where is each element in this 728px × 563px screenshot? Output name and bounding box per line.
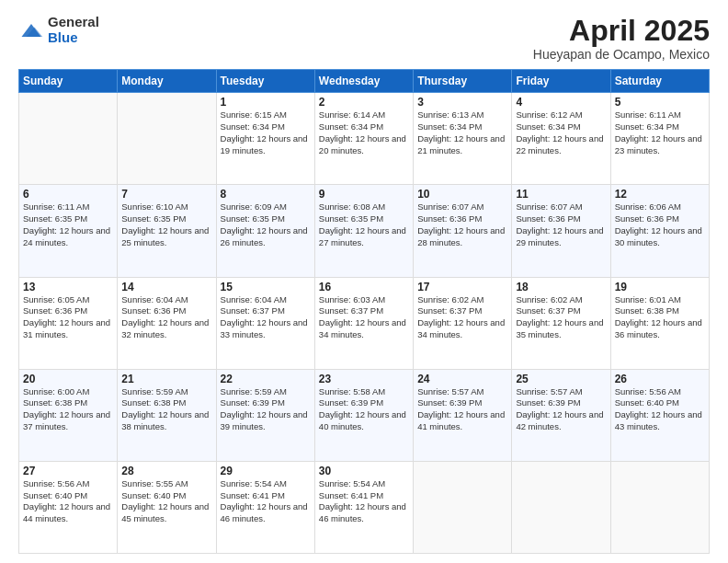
weekday-header-friday: Friday: [512, 70, 610, 93]
day-number: 25: [516, 373, 606, 385]
calendar-cell: 26Sunrise: 5:56 AMSunset: 6:40 PMDayligh…: [610, 369, 709, 461]
day-info: Sunrise: 6:14 AMSunset: 6:34 PMDaylight:…: [319, 109, 409, 156]
logo-blue-text: Blue: [48, 30, 99, 46]
day-info: Sunrise: 6:15 AMSunset: 6:34 PMDaylight:…: [221, 109, 311, 156]
day-number: 8: [221, 188, 311, 201]
day-info: Sunrise: 5:55 AMSunset: 6:40 PMDaylight:…: [121, 478, 211, 525]
calendar-cell: 4Sunrise: 6:12 AMSunset: 6:34 PMDaylight…: [512, 93, 610, 185]
calendar-cell: 5Sunrise: 6:11 AMSunset: 6:34 PMDaylight…: [610, 93, 709, 185]
day-info: Sunrise: 6:06 AMSunset: 6:36 PMDaylight:…: [615, 201, 705, 248]
calendar-week-row: 6Sunrise: 6:11 AMSunset: 6:35 PMDaylight…: [19, 185, 710, 277]
calendar-week-row: 27Sunrise: 5:56 AMSunset: 6:40 PMDayligh…: [19, 461, 710, 553]
calendar-cell: [19, 93, 118, 185]
day-number: 10: [417, 188, 507, 201]
calendar-week-row: 1Sunrise: 6:15 AMSunset: 6:34 PMDaylight…: [19, 93, 710, 185]
day-number: 21: [121, 373, 211, 385]
day-number: 23: [319, 373, 409, 385]
calendar-cell: 15Sunrise: 6:04 AMSunset: 6:37 PMDayligh…: [216, 277, 314, 369]
weekday-header-wednesday: Wednesday: [314, 70, 413, 93]
title-block: April 2025 Hueyapan de Ocampo, Mexico: [533, 15, 710, 62]
day-info: Sunrise: 6:04 AMSunset: 6:37 PMDaylight:…: [221, 294, 311, 341]
header: General Blue April 2025 Hueyapan de Ocam…: [18, 15, 710, 62]
calendar-cell: 3Sunrise: 6:13 AMSunset: 6:34 PMDaylight…: [414, 93, 512, 185]
calendar-cell: 8Sunrise: 6:09 AMSunset: 6:35 PMDaylight…: [216, 185, 314, 277]
day-number: 7: [121, 188, 211, 201]
calendar-week-row: 13Sunrise: 6:05 AMSunset: 6:36 PMDayligh…: [19, 277, 710, 369]
logo: General Blue: [18, 15, 99, 45]
day-info: Sunrise: 6:02 AMSunset: 6:37 PMDaylight:…: [516, 294, 606, 341]
day-info: Sunrise: 6:08 AMSunset: 6:35 PMDaylight:…: [319, 201, 409, 248]
calendar-cell: 17Sunrise: 6:02 AMSunset: 6:37 PMDayligh…: [414, 277, 512, 369]
calendar-cell: 24Sunrise: 5:57 AMSunset: 6:39 PMDayligh…: [414, 369, 512, 461]
calendar-cell: 6Sunrise: 6:11 AMSunset: 6:35 PMDaylight…: [19, 185, 118, 277]
weekday-header-monday: Monday: [118, 70, 216, 93]
day-info: Sunrise: 6:09 AMSunset: 6:35 PMDaylight:…: [221, 201, 311, 248]
day-number: 5: [615, 96, 705, 109]
day-number: 2: [319, 96, 409, 109]
weekday-header-saturday: Saturday: [610, 70, 709, 93]
calendar-cell: 11Sunrise: 6:07 AMSunset: 6:36 PMDayligh…: [512, 185, 610, 277]
calendar-cell: 21Sunrise: 5:59 AMSunset: 6:38 PMDayligh…: [118, 369, 216, 461]
calendar-cell: 1Sunrise: 6:15 AMSunset: 6:34 PMDaylight…: [216, 93, 314, 185]
day-info: Sunrise: 5:56 AMSunset: 6:40 PMDaylight:…: [23, 478, 113, 525]
day-info: Sunrise: 6:07 AMSunset: 6:36 PMDaylight:…: [516, 201, 606, 248]
calendar-cell: 10Sunrise: 6:07 AMSunset: 6:36 PMDayligh…: [414, 185, 512, 277]
day-number: 15: [221, 281, 311, 293]
day-number: 6: [23, 188, 113, 201]
day-info: Sunrise: 5:59 AMSunset: 6:38 PMDaylight:…: [121, 386, 211, 433]
day-info: Sunrise: 6:05 AMSunset: 6:36 PMDaylight:…: [23, 294, 113, 341]
day-info: Sunrise: 6:07 AMSunset: 6:36 PMDaylight:…: [417, 201, 507, 248]
calendar-cell: 2Sunrise: 6:14 AMSunset: 6:34 PMDaylight…: [314, 93, 413, 185]
day-number: 9: [319, 188, 409, 201]
day-info: Sunrise: 6:12 AMSunset: 6:34 PMDaylight:…: [516, 109, 606, 156]
day-info: Sunrise: 6:01 AMSunset: 6:38 PMDaylight:…: [615, 294, 705, 341]
day-info: Sunrise: 6:02 AMSunset: 6:37 PMDaylight:…: [417, 294, 507, 341]
calendar-header-row: SundayMondayTuesdayWednesdayThursdayFrid…: [19, 70, 710, 93]
day-number: 14: [121, 281, 211, 293]
day-number: 11: [516, 188, 606, 201]
day-number: 16: [319, 281, 409, 293]
logo-icon: [18, 17, 44, 43]
calendar-cell: 27Sunrise: 5:56 AMSunset: 6:40 PMDayligh…: [19, 461, 118, 553]
day-number: 28: [121, 465, 211, 477]
day-number: 26: [615, 373, 705, 385]
calendar-cell: 28Sunrise: 5:55 AMSunset: 6:40 PMDayligh…: [118, 461, 216, 553]
calendar-cell: [414, 461, 512, 553]
weekday-header-tuesday: Tuesday: [216, 70, 314, 93]
day-info: Sunrise: 5:54 AMSunset: 6:41 PMDaylight:…: [319, 478, 409, 525]
day-info: Sunrise: 5:57 AMSunset: 6:39 PMDaylight:…: [417, 386, 507, 433]
calendar-cell: [512, 461, 610, 553]
month-title: April 2025: [533, 15, 710, 47]
calendar-cell: 25Sunrise: 5:57 AMSunset: 6:39 PMDayligh…: [512, 369, 610, 461]
calendar-cell: 23Sunrise: 5:58 AMSunset: 6:39 PMDayligh…: [314, 369, 413, 461]
day-info: Sunrise: 6:10 AMSunset: 6:35 PMDaylight:…: [121, 201, 211, 248]
day-number: 22: [221, 373, 311, 385]
day-number: 13: [23, 281, 113, 293]
calendar-cell: 19Sunrise: 6:01 AMSunset: 6:38 PMDayligh…: [610, 277, 709, 369]
day-info: Sunrise: 6:00 AMSunset: 6:38 PMDaylight:…: [23, 386, 113, 433]
day-info: Sunrise: 5:54 AMSunset: 6:41 PMDaylight:…: [221, 478, 311, 525]
day-number: 1: [221, 96, 311, 109]
day-info: Sunrise: 5:56 AMSunset: 6:40 PMDaylight:…: [615, 386, 705, 433]
calendar-cell: [610, 461, 709, 553]
day-info: Sunrise: 5:57 AMSunset: 6:39 PMDaylight:…: [516, 386, 606, 433]
calendar-cell: 22Sunrise: 5:59 AMSunset: 6:39 PMDayligh…: [216, 369, 314, 461]
day-number: 20: [23, 373, 113, 385]
day-number: 18: [516, 281, 606, 293]
calendar-cell: 13Sunrise: 6:05 AMSunset: 6:36 PMDayligh…: [19, 277, 118, 369]
logo-general-text: General: [48, 15, 99, 30]
day-number: 12: [615, 188, 705, 201]
day-number: 19: [615, 281, 705, 293]
calendar-cell: 12Sunrise: 6:06 AMSunset: 6:36 PMDayligh…: [610, 185, 709, 277]
calendar-cell: 9Sunrise: 6:08 AMSunset: 6:35 PMDaylight…: [314, 185, 413, 277]
day-info: Sunrise: 6:11 AMSunset: 6:34 PMDaylight:…: [615, 109, 705, 156]
day-number: 17: [417, 281, 507, 293]
weekday-header-thursday: Thursday: [414, 70, 512, 93]
day-number: 24: [417, 373, 507, 385]
day-number: 3: [417, 96, 507, 109]
day-info: Sunrise: 6:04 AMSunset: 6:36 PMDaylight:…: [121, 294, 211, 341]
day-info: Sunrise: 6:11 AMSunset: 6:35 PMDaylight:…: [23, 201, 113, 248]
logo-text: General Blue: [48, 15, 99, 45]
calendar-cell: 18Sunrise: 6:02 AMSunset: 6:37 PMDayligh…: [512, 277, 610, 369]
day-number: 30: [319, 465, 409, 477]
